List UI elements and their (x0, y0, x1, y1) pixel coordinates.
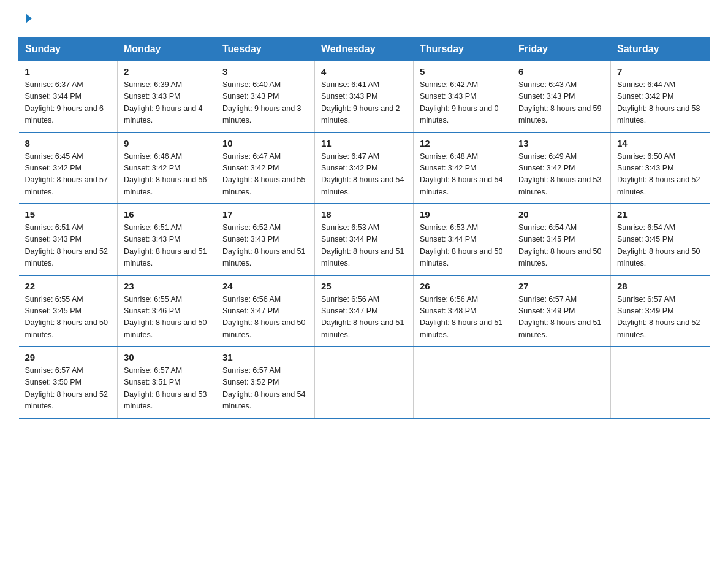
day-number: 9 (124, 138, 210, 148)
day-number: 10 (222, 138, 308, 148)
day-info: Sunrise: 6:57 AMSunset: 3:52 PMDaylight:… (222, 365, 308, 413)
calendar-day-cell: 5 Sunrise: 6:42 AMSunset: 3:43 PMDayligh… (414, 61, 512, 132)
day-number: 29 (25, 352, 112, 362)
calendar-week-row: 15 Sunrise: 6:51 AMSunset: 3:43 PMDaylig… (19, 204, 710, 275)
calendar-week-row: 29 Sunrise: 6:57 AMSunset: 3:50 PMDaylig… (19, 347, 710, 418)
day-info: Sunrise: 6:52 AMSunset: 3:43 PMDaylight:… (222, 222, 308, 270)
day-info: Sunrise: 6:56 AMSunset: 3:48 PMDaylight:… (420, 294, 506, 342)
day-info: Sunrise: 6:47 AMSunset: 3:42 PMDaylight:… (222, 151, 308, 199)
day-number: 7 (617, 66, 703, 77)
day-info: Sunrise: 6:39 AMSunset: 3:43 PMDaylight:… (124, 79, 210, 127)
day-info: Sunrise: 6:57 AMSunset: 3:49 PMDaylight:… (518, 294, 604, 342)
day-number: 24 (222, 281, 308, 291)
calendar-day-cell: 12 Sunrise: 6:48 AMSunset: 3:42 PMDaylig… (414, 132, 512, 204)
calendar-day-cell: 13 Sunrise: 6:49 AMSunset: 3:42 PMDaylig… (512, 132, 611, 204)
day-info: Sunrise: 6:49 AMSunset: 3:42 PMDaylight:… (518, 151, 604, 199)
day-info: Sunrise: 6:50 AMSunset: 3:43 PMDaylight:… (617, 151, 703, 199)
day-number: 3 (222, 66, 308, 77)
day-info: Sunrise: 6:54 AMSunset: 3:45 PMDaylight:… (617, 222, 703, 270)
day-number: 23 (124, 281, 210, 291)
calendar-day-cell: 9 Sunrise: 6:46 AMSunset: 3:42 PMDayligh… (118, 132, 216, 204)
day-info: Sunrise: 6:56 AMSunset: 3:47 PMDaylight:… (321, 294, 407, 342)
day-number: 30 (124, 352, 210, 362)
calendar-day-cell: 21 Sunrise: 6:54 AMSunset: 3:45 PMDaylig… (611, 204, 710, 275)
day-info: Sunrise: 6:42 AMSunset: 3:43 PMDaylight:… (420, 79, 506, 127)
calendar-day-cell: 7 Sunrise: 6:44 AMSunset: 3:42 PMDayligh… (611, 61, 710, 132)
day-info: Sunrise: 6:41 AMSunset: 3:43 PMDaylight:… (321, 79, 407, 127)
logo-icon (21, 12, 33, 25)
calendar-day-cell: 6 Sunrise: 6:43 AMSunset: 3:43 PMDayligh… (512, 61, 611, 132)
day-of-week-header: Tuesday (216, 37, 315, 61)
day-number: 27 (518, 281, 604, 291)
day-number: 21 (617, 209, 703, 220)
day-number: 31 (222, 352, 308, 362)
day-info: Sunrise: 6:37 AMSunset: 3:44 PMDaylight:… (25, 79, 112, 127)
calendar-header-row: SundayMondayTuesdayWednesdayThursdayFrid… (19, 37, 710, 61)
calendar-day-cell: 22 Sunrise: 6:55 AMSunset: 3:45 PMDaylig… (19, 275, 118, 347)
day-number: 22 (25, 281, 112, 291)
day-info: Sunrise: 6:51 AMSunset: 3:43 PMDaylight:… (124, 222, 210, 270)
page-header (18, 12, 710, 25)
calendar-day-cell (512, 347, 611, 418)
day-info: Sunrise: 6:43 AMSunset: 3:43 PMDaylight:… (518, 79, 604, 127)
calendar-day-cell: 24 Sunrise: 6:56 AMSunset: 3:47 PMDaylig… (216, 275, 315, 347)
calendar-day-cell: 4 Sunrise: 6:41 AMSunset: 3:43 PMDayligh… (315, 61, 414, 132)
day-number: 14 (617, 138, 703, 148)
day-info: Sunrise: 6:51 AMSunset: 3:43 PMDaylight:… (25, 222, 112, 270)
day-number: 18 (321, 209, 407, 220)
day-number: 19 (420, 209, 506, 220)
calendar-day-cell: 15 Sunrise: 6:51 AMSunset: 3:43 PMDaylig… (19, 204, 118, 275)
calendar-day-cell: 14 Sunrise: 6:50 AMSunset: 3:43 PMDaylig… (611, 132, 710, 204)
day-info: Sunrise: 6:40 AMSunset: 3:43 PMDaylight:… (222, 79, 308, 127)
logo (18, 12, 36, 25)
svg-marker-0 (26, 13, 32, 23)
day-of-week-header: Friday (512, 37, 611, 61)
day-info: Sunrise: 6:57 AMSunset: 3:49 PMDaylight:… (617, 294, 703, 342)
calendar-day-cell: 3 Sunrise: 6:40 AMSunset: 3:43 PMDayligh… (216, 61, 315, 132)
day-number: 15 (25, 209, 112, 220)
day-info: Sunrise: 6:53 AMSunset: 3:44 PMDaylight:… (420, 222, 506, 270)
calendar-week-row: 22 Sunrise: 6:55 AMSunset: 3:45 PMDaylig… (19, 275, 710, 347)
day-info: Sunrise: 6:55 AMSunset: 3:45 PMDaylight:… (25, 294, 112, 342)
day-of-week-header: Thursday (414, 37, 512, 61)
calendar-day-cell: 26 Sunrise: 6:56 AMSunset: 3:48 PMDaylig… (414, 275, 512, 347)
calendar-day-cell: 10 Sunrise: 6:47 AMSunset: 3:42 PMDaylig… (216, 132, 315, 204)
calendar-day-cell: 16 Sunrise: 6:51 AMSunset: 3:43 PMDaylig… (118, 204, 216, 275)
calendar-week-row: 8 Sunrise: 6:45 AMSunset: 3:42 PMDayligh… (19, 132, 710, 204)
day-number: 1 (25, 66, 112, 77)
calendar-day-cell: 18 Sunrise: 6:53 AMSunset: 3:44 PMDaylig… (315, 204, 414, 275)
day-number: 16 (124, 209, 210, 220)
day-number: 20 (518, 209, 604, 220)
day-info: Sunrise: 6:56 AMSunset: 3:47 PMDaylight:… (222, 294, 308, 342)
calendar-day-cell (611, 347, 710, 418)
day-info: Sunrise: 6:57 AMSunset: 3:50 PMDaylight:… (25, 365, 112, 413)
day-number: 5 (420, 66, 506, 77)
day-info: Sunrise: 6:48 AMSunset: 3:42 PMDaylight:… (420, 151, 506, 199)
day-number: 13 (518, 138, 604, 148)
day-number: 8 (25, 138, 112, 148)
day-of-week-header: Wednesday (315, 37, 414, 61)
calendar-day-cell: 30 Sunrise: 6:57 AMSunset: 3:51 PMDaylig… (118, 347, 216, 418)
day-number: 6 (518, 66, 604, 77)
calendar-day-cell: 11 Sunrise: 6:47 AMSunset: 3:42 PMDaylig… (315, 132, 414, 204)
day-info: Sunrise: 6:47 AMSunset: 3:42 PMDaylight:… (321, 151, 407, 199)
day-info: Sunrise: 6:45 AMSunset: 3:42 PMDaylight:… (25, 151, 112, 199)
day-of-week-header: Saturday (611, 37, 710, 61)
day-number: 17 (222, 209, 308, 220)
calendar-week-row: 1 Sunrise: 6:37 AMSunset: 3:44 PMDayligh… (19, 61, 710, 132)
day-info: Sunrise: 6:46 AMSunset: 3:42 PMDaylight:… (124, 151, 210, 199)
day-info: Sunrise: 6:57 AMSunset: 3:51 PMDaylight:… (124, 365, 210, 413)
calendar-day-cell: 20 Sunrise: 6:54 AMSunset: 3:45 PMDaylig… (512, 204, 611, 275)
day-number: 11 (321, 138, 407, 148)
calendar-day-cell: 17 Sunrise: 6:52 AMSunset: 3:43 PMDaylig… (216, 204, 315, 275)
day-number: 12 (420, 138, 506, 148)
day-info: Sunrise: 6:44 AMSunset: 3:42 PMDaylight:… (617, 79, 703, 127)
calendar-day-cell: 25 Sunrise: 6:56 AMSunset: 3:47 PMDaylig… (315, 275, 414, 347)
day-number: 4 (321, 66, 407, 77)
day-info: Sunrise: 6:55 AMSunset: 3:46 PMDaylight:… (124, 294, 210, 342)
calendar-day-cell (315, 347, 414, 418)
calendar-day-cell: 8 Sunrise: 6:45 AMSunset: 3:42 PMDayligh… (19, 132, 118, 204)
calendar-day-cell: 1 Sunrise: 6:37 AMSunset: 3:44 PMDayligh… (19, 61, 118, 132)
calendar-day-cell: 2 Sunrise: 6:39 AMSunset: 3:43 PMDayligh… (118, 61, 216, 132)
day-number: 26 (420, 281, 506, 291)
